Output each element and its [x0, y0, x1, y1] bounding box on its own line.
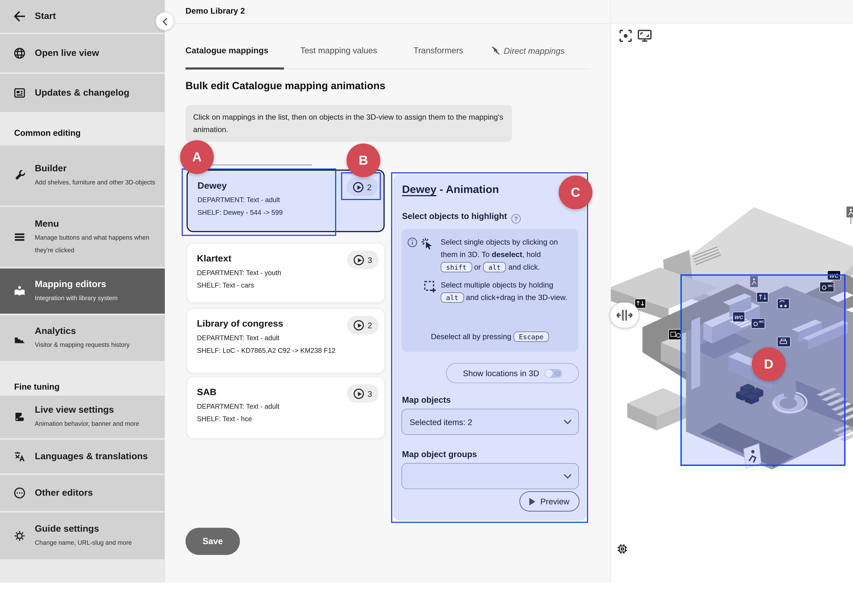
map-objects-label: Map objects [402, 395, 451, 405]
sidebar-item-updates-changelog[interactable]: Updates & changelog [0, 74, 165, 112]
marquee-select-icon [423, 280, 437, 304]
chip-icon[interactable] [616, 543, 628, 555]
main-content: Demo Library 2 Catalogue mappings Test m… [165, 0, 610, 583]
tabs-active-indicator [185, 67, 284, 70]
chevron-down-icon [564, 471, 572, 478]
sidebar-item-other-editors[interactable]: Other editors [0, 475, 165, 511]
mapping-card-klartext[interactable]: Klartext DEPARTMENT: Text - youth SHELF:… [187, 243, 385, 303]
newspaper-icon [13, 86, 26, 100]
panel-title-mapping-name: Dewey [402, 183, 437, 195]
preview-button[interactable]: Preview [519, 491, 579, 512]
tab-test-mapping-values[interactable]: Test mapping values [300, 46, 377, 55]
panel-section-title: Select objects to highlight? [402, 211, 521, 223]
sidebar-item-label: Other editors [35, 487, 93, 498]
alt-key: alt [483, 262, 506, 272]
tab-transformers[interactable]: Transformers [413, 46, 463, 55]
mapping-card-sab[interactable]: SAB DEPARTMENT: Text - adult SHELF: Text… [187, 377, 385, 439]
sidebar-item-label: Languages & translations [35, 451, 148, 462]
sidebar-back-start[interactable]: Start [0, 0, 165, 33]
map-objects-value: Selected items: 2 [410, 417, 472, 426]
annotation-badge-b: B [346, 144, 380, 177]
arrow-left-icon [13, 10, 26, 23]
book-reader-icon [13, 285, 26, 298]
sidebar-item-mapping-editors[interactable]: Mapping editors Integration with library… [0, 268, 165, 313]
play-icon [530, 498, 536, 505]
alt-key: alt [441, 292, 464, 303]
gear-icon [13, 530, 26, 543]
sidebar-item-label: Updates & changelog [35, 88, 129, 98]
swatches-icon [13, 410, 26, 424]
annotation-badge-c: C [559, 176, 592, 209]
play-icon [354, 255, 364, 265]
show-locations-toggle[interactable]: Show locations in 3D [446, 363, 579, 383]
mapping-card-dewey[interactable]: Dewey DEPARTMENT: Text - adult SHELF: De… [187, 170, 385, 232]
play-count-button[interactable]: 2 [347, 316, 379, 334]
sidebar-item-subtitle: Animation behavior, banner and more [35, 418, 157, 430]
animation-count: 2 [368, 321, 372, 330]
panel-title: Dewey - Animation [402, 183, 578, 196]
play-icon [353, 182, 363, 192]
mapping-department: DEPARTMENT: Text - adult [197, 196, 375, 204]
tab-catalogue-mappings[interactable]: Catalogue mappings [185, 46, 269, 55]
sidebar-collapse-button[interactable] [156, 12, 174, 30]
sidebar-item-analytics[interactable]: Analytics Visitor & mapping requests his… [0, 315, 165, 361]
sidebar-item-builder[interactable]: Builder Add shelves, furniture and other… [0, 146, 165, 206]
sidebar-item-live-view-settings[interactable]: Live view settings Animation behavior, b… [0, 396, 165, 438]
sidebar-item-label: Open live view [35, 48, 99, 58]
globe-icon [13, 47, 26, 60]
section-heading: Bulk edit Catalogue mapping animations [185, 80, 385, 92]
play-icon [354, 388, 364, 399]
chevron-down-icon [564, 416, 572, 424]
map-object-groups-select[interactable] [401, 463, 579, 489]
play-count-button[interactable]: 2 [346, 178, 378, 196]
deselect-all-hint: Deselect all by pressing Escape [401, 332, 578, 341]
help-icon[interactable]: ? [511, 214, 521, 223]
map-objects-select[interactable]: Selected items: 2 [401, 409, 579, 435]
elevator-sign [635, 299, 646, 308]
mapping-department: DEPARTMENT: Text - adult [197, 334, 375, 342]
sidebar-section-fine-tuning: Fine tuning [14, 382, 59, 392]
mapping-department: DEPARTMENT: Text - adult [197, 403, 375, 410]
sidebar-item-label: Live view settings [35, 404, 157, 416]
mapping-card-library-of-congress[interactable]: Library of congress DEPARTMENT: Text - a… [187, 308, 385, 374]
sidebar-item-subtitle: Manage buttons and what happens when the… [35, 232, 157, 256]
sidebar-item-languages-translations[interactable]: Languages & translations [0, 440, 165, 474]
play-count-button[interactable]: 3 [347, 384, 379, 403]
mapping-shelf: SHELF: LoC - KD7865.A2 C92 -> KM238 F12 [197, 347, 375, 354]
sidebar: Start Open live view Updates & changelog… [0, 0, 165, 583]
sidebar-item-subtitle: Visitor & mapping requests history [35, 339, 157, 351]
toggle-label: Show locations in 3D [463, 368, 539, 378]
sidebar-item-label: Mapping editors [35, 278, 157, 290]
pane-splitter-handle[interactable] [610, 302, 639, 328]
exit-sign [847, 207, 853, 224]
3d-view-canvas[interactable]: WC WC [611, 23, 853, 583]
tab-direct-mappings[interactable]: Direct mappings [491, 46, 565, 56]
ellipsis-circle-icon [13, 486, 26, 499]
animation-count: 3 [368, 255, 372, 264]
sidebar-item-label: Analytics [35, 325, 157, 337]
shift-key: shift [441, 262, 472, 272]
mapping-shelf: SHELF: Dewey - 544 -> 599 [197, 209, 375, 216]
play-count-button[interactable]: 3 [347, 251, 379, 269]
mapping-shelf: SHELF: Text - hce [197, 415, 375, 423]
pane-header-strip [611, 0, 853, 23]
3d-view-pane: WC WC [610, 0, 853, 583]
map-object-groups-label: Map object groups [402, 450, 477, 459]
annotation-badge-d: D [752, 347, 786, 381]
bar-chart-icon [13, 331, 26, 345]
play-icon [354, 320, 364, 330]
direct-mappings-disabled-icon [491, 46, 500, 55]
sidebar-item-menu[interactable]: Menu Manage buttons and what happens whe… [0, 207, 165, 267]
sidebar-back-label: Start [35, 11, 56, 21]
sidebar-item-guide-settings[interactable]: Guide settings Change name, URL-slug and… [0, 513, 165, 559]
save-button[interactable]: Save [185, 528, 240, 555]
hamburger-menu-icon [13, 230, 26, 244]
horizontal-resize-icon [616, 309, 633, 322]
app-window: Start Open live view Updates & changelog… [0, 0, 853, 583]
sidebar-item-label: Menu [35, 218, 157, 230]
sidebar-item-subtitle: Integration with library system [35, 292, 157, 304]
preview-label: Preview [540, 497, 569, 506]
sidebar-item-open-live-view[interactable]: Open live view [0, 34, 165, 72]
cursor-click-icon [420, 237, 435, 273]
info-icon [407, 237, 418, 273]
